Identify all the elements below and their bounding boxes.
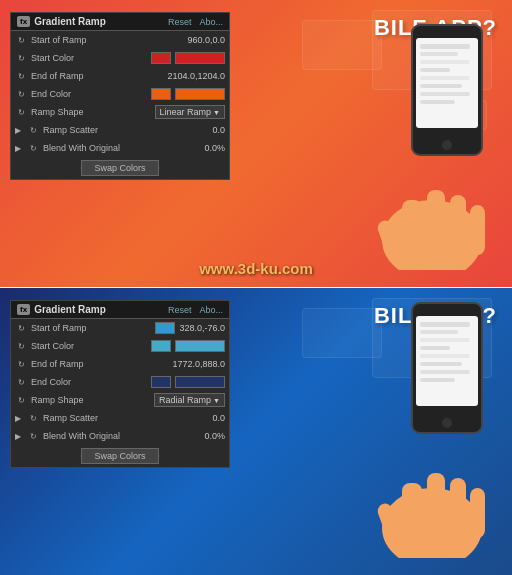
ramp-shape-dropdown-top[interactable]: Linear Ramp ▼ [155,105,225,119]
svg-rect-9 [420,100,455,104]
svg-rect-13 [427,190,445,255]
svg-rect-2 [420,44,470,49]
svg-rect-12 [402,200,422,260]
start-ramp-label-bottom: Start of Ramp [31,323,151,333]
end-color-label-bottom: End Color [31,377,147,387]
svg-rect-24 [420,362,462,366]
start-color-swatch2-bottom[interactable] [175,340,225,352]
start-ramp-color-bottom [155,322,175,334]
swap-colors-btn-top[interactable]: Swap Colors [81,160,158,176]
svg-rect-1 [416,38,478,128]
bottom-section: BILE APP? fx Gradient Ramp Reset Abo... … [0,288,512,575]
end-ramp-icon-bottom: ↻ [15,358,27,370]
ramp-scatter-row-bottom: ▶ ↻ Ramp Scatter 0.0 [11,409,229,427]
swap-colors-btn-bottom[interactable]: Swap Colors [81,448,158,464]
end-ramp-icon-top: ↻ [15,70,27,82]
end-ramp-value-top[interactable]: 2104.0,1204.0 [167,71,225,81]
start-color-swatch-top[interactable] [151,52,171,64]
end-color-swatch2-bottom[interactable] [175,376,225,388]
blend-row-bottom: ▶ ↻ Blend With Original 0.0% [11,427,229,445]
svg-rect-21 [420,338,470,342]
svg-rect-32 [470,488,485,538]
panel-actions-bottom: Reset Abo... [168,305,223,315]
about-btn-top[interactable]: Abo... [199,17,223,27]
end-color-row-top: ↻ End Color [11,85,229,103]
scatter-expand-top[interactable]: ▶ [15,126,23,135]
phone-svg-bottom [302,298,502,558]
start-color-row-bottom: ↻ Start Color [11,337,229,355]
blend-value-top[interactable]: 0.0% [204,143,225,153]
blend-row-top: ▶ ↻ Blend With Original 0.0% [11,139,229,157]
end-color-swatch2-top[interactable] [175,88,225,100]
start-of-ramp-row-bottom: ↻ Start of Ramp 328.0,-76.0 [11,319,229,337]
ramp-shape-icon-top: ↻ [15,106,27,118]
svg-point-10 [442,140,452,150]
phone-svg-top [302,20,502,270]
panel-actions-top: Reset Abo... [168,17,223,27]
reset-btn-top[interactable]: Reset [168,17,192,27]
ramp-shape-value-bottom: Radial Ramp [159,395,211,405]
svg-rect-5 [420,68,450,72]
ramp-shape-row-bottom: ↻ Ramp Shape Radial Ramp ▼ [11,391,229,409]
fx-badge-top: fx [17,16,30,27]
start-ramp-icon-bottom: ↻ [15,322,27,334]
start-color-icon-top: ↻ [15,52,27,64]
end-color-swatch-top[interactable] [151,88,171,100]
start-ramp-icon-top: ↻ [15,34,27,46]
svg-rect-3 [420,52,458,56]
phone-illustration-bottom [302,298,502,562]
top-section: ✓ BILE APP? fx Gradient Ramp Reset Abo..… [0,0,512,287]
ramp-shape-icon-bottom: ↻ [15,394,27,406]
svg-rect-4 [420,60,470,64]
panel-header-bottom: fx Gradient Ramp Reset Abo... [11,301,229,319]
svg-rect-6 [420,76,470,80]
start-color-swatch2-top[interactable] [175,52,225,64]
scatter-icon-bottom: ↻ [27,412,39,424]
end-color-icon-top: ↻ [15,88,27,100]
panel-title-top: Gradient Ramp [34,16,164,27]
svg-rect-23 [420,354,470,358]
end-ramp-label-bottom: End of Ramp [31,359,168,369]
blend-expand-top[interactable]: ▶ [15,144,23,153]
ramp-shape-dropdown-bottom[interactable]: Radial Ramp ▼ [154,393,225,407]
svg-rect-31 [450,478,466,536]
scatter-value-bottom[interactable]: 0.0 [212,413,225,423]
end-color-row-bottom: ↻ End Color [11,373,229,391]
start-ramp-value-bottom[interactable]: 328.0,-76.0 [179,323,225,333]
end-color-swatch-bottom[interactable] [151,376,171,388]
gradient-ramp-panel-top: fx Gradient Ramp Reset Abo... ↻ Start of… [10,12,230,180]
about-btn-bottom[interactable]: Abo... [199,305,223,315]
reset-btn-bottom[interactable]: Reset [168,305,192,315]
svg-rect-18 [416,316,478,406]
blend-expand-bottom[interactable]: ▶ [15,432,23,441]
start-of-ramp-row-top: ↻ Start of Ramp 960.0,0.0 [11,31,229,49]
scatter-icon-top: ↻ [27,124,39,136]
start-color-swatch-bottom[interactable] [151,340,171,352]
start-color-icon-bottom: ↻ [15,340,27,352]
scatter-expand-bottom[interactable]: ▶ [15,414,23,423]
ramp-shape-label-bottom: Ramp Shape [31,395,150,405]
svg-point-27 [442,418,452,428]
svg-rect-14 [450,195,466,253]
svg-rect-29 [402,483,422,543]
blend-icon-top: ↻ [27,142,39,154]
ramp-shape-label-top: Ramp Shape [31,107,151,117]
svg-rect-30 [427,473,445,538]
end-color-icon-bottom: ↻ [15,376,27,388]
start-ramp-value-top[interactable]: 960.0,0.0 [187,35,225,45]
gradient-ramp-panel-bottom: fx Gradient Ramp Reset Abo... ↻ Start of… [10,300,230,468]
start-ramp-label-top: Start of Ramp [31,35,183,45]
svg-rect-7 [420,84,462,88]
svg-rect-20 [420,330,458,334]
ramp-scatter-row-top: ▶ ↻ Ramp Scatter 0.0 [11,121,229,139]
dropdown-arrow-top: ▼ [213,109,220,116]
ramp-shape-value-top: Linear Ramp [160,107,212,117]
blend-value-bottom[interactable]: 0.0% [204,431,225,441]
scatter-value-top[interactable]: 0.0 [212,125,225,135]
blend-label-bottom: Blend With Original [43,431,200,441]
end-ramp-value-bottom[interactable]: 1772.0,888.0 [172,359,225,369]
svg-rect-26 [420,378,455,382]
svg-rect-22 [420,346,450,350]
svg-rect-25 [420,370,470,374]
dropdown-arrow-bottom: ▼ [213,397,220,404]
